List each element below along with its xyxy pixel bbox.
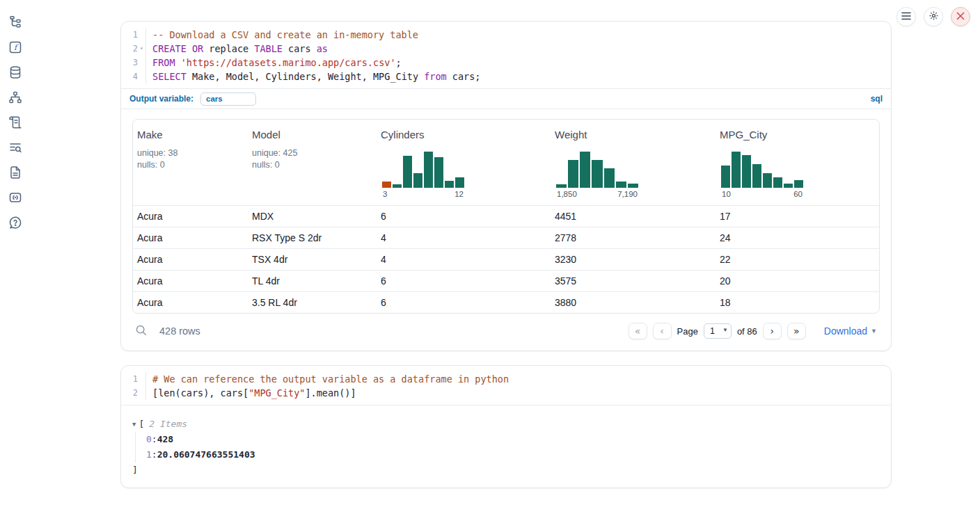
table-cell: Acura <box>133 249 248 270</box>
line-number: 3 <box>121 56 146 70</box>
table-row: AcuraTL 4dr6357520 <box>133 270 879 291</box>
datasources-icon[interactable] <box>8 65 22 79</box>
documentation-icon[interactable] <box>8 166 22 179</box>
table-header-row: Makeunique: 38nulls: 0Modelunique: 425nu… <box>133 120 879 205</box>
column-stats: unique: 425nulls: 0 <box>252 147 297 171</box>
column-name: Weight <box>555 129 587 140</box>
table-cell: Acura <box>133 271 248 291</box>
first-page-button[interactable]: « <box>629 323 647 339</box>
page-total-label: of 86 <box>737 326 757 337</box>
histogram-bar <box>382 182 391 188</box>
notebook-canvas: 1-- Download a CSV and create an in-memo… <box>120 21 892 488</box>
download-button[interactable]: Download ▼ <box>824 325 877 337</box>
download-label: Download <box>824 325 867 337</box>
histogram-bar <box>445 181 454 188</box>
snippets-icon[interactable] <box>8 140 22 154</box>
prev-page-button[interactable]: ‹ <box>653 323 672 339</box>
table-cell: 3880 <box>551 292 716 313</box>
column-header-mpg_city[interactable]: MPG_City1060 <box>716 120 879 205</box>
file-tree-icon[interactable] <box>8 15 22 29</box>
line-number: 4 <box>121 70 146 83</box>
table-row: AcuraTSX 4dr4323022 <box>133 248 879 270</box>
table-cell: MDX <box>248 206 377 227</box>
code-line[interactable]: 1# We can reference the output variable … <box>121 372 891 386</box>
tree-root-row: ▼ [ 2 Items <box>132 417 880 432</box>
column-header-cylinders[interactable]: Cylinders312 <box>377 120 551 205</box>
close-icon <box>956 12 965 22</box>
chevron-down-icon[interactable]: ▼ <box>132 417 136 432</box>
sql-cell: 1-- Download a CSV and create an in-memo… <box>120 21 892 351</box>
settings-button[interactable] <box>924 7 943 26</box>
table-cell: 17 <box>716 206 879 227</box>
line-number: 1 <box>121 372 146 386</box>
histogram-bar <box>794 180 803 188</box>
helper-panel-sidebar: f <box>8 15 22 230</box>
table-cell: TSX 4dr <box>248 249 377 270</box>
row-count: 428 rows <box>159 325 200 337</box>
help-icon[interactable] <box>8 216 22 230</box>
table-cell: TL 4dr <box>248 271 377 291</box>
histogram-bar <box>742 155 751 188</box>
tree-close-row: ] <box>132 462 880 478</box>
histogram-bar <box>424 152 433 188</box>
column-histogram: 312 <box>382 152 464 198</box>
scratchpad-icon[interactable] <box>8 191 22 204</box>
code-line[interactable]: 2▾CREATE OR replace TABLE cars as <box>121 42 891 56</box>
fold-chevron-icon[interactable]: ▾ <box>138 42 145 56</box>
table-cell: 22 <box>716 249 879 270</box>
column-histogram: 1060 <box>721 152 803 198</box>
chevron-down-icon: ▼ <box>871 328 877 335</box>
histogram-bar <box>616 182 626 188</box>
histogram-bar <box>721 166 730 188</box>
line-number: 1 <box>121 28 146 42</box>
output-variable-input[interactable] <box>200 92 256 106</box>
histogram-bar <box>628 184 638 188</box>
column-stats: unique: 38nulls: 0 <box>137 147 177 171</box>
tree-item-separator: : <box>152 447 157 462</box>
code-line[interactable]: 3FROM 'https://datasets.marimo.app/cars.… <box>121 56 891 70</box>
code-line[interactable]: 4SELECT Make, Model, Cylinders, Weight, … <box>121 70 891 83</box>
last-page-button[interactable]: » <box>787 323 806 339</box>
table-cell: 4 <box>377 249 551 270</box>
logs-icon[interactable] <box>8 115 22 129</box>
code-line[interactable]: 2[len(cars), cars["MPG_City"].mean()] <box>121 386 891 400</box>
python-code-editor[interactable]: 1# We can reference the output variable … <box>121 366 891 405</box>
histogram-bar <box>413 173 422 188</box>
language-badge: sql <box>871 94 883 104</box>
chevron-right-icon: › <box>770 325 775 337</box>
tree-item-separator: : <box>152 432 157 447</box>
table-cell: 20 <box>716 271 879 291</box>
histogram-bar <box>455 177 464 188</box>
table-cell: 18 <box>716 292 879 313</box>
functions-icon[interactable]: f <box>8 40 22 54</box>
page-select[interactable]: 1 <box>704 323 732 339</box>
python-output-tree: ▼ [ 2 Items 0: 428 1: 20.060747663551403… <box>121 405 891 488</box>
tree-items: 0: 428 1: 20.060747663551403 <box>135 432 880 462</box>
shutdown-button[interactable] <box>951 7 970 26</box>
table-cell: 6 <box>377 271 551 291</box>
search-icon <box>135 324 148 339</box>
table-cell: 4451 <box>551 206 716 227</box>
histogram-bar <box>604 168 615 188</box>
histogram-bar <box>434 157 443 188</box>
search-button[interactable] <box>135 324 148 339</box>
next-page-button[interactable]: › <box>763 323 782 339</box>
table-cell: 6 <box>377 206 551 227</box>
table-body: AcuraMDX6445117AcuraRSX Type S 2dr427782… <box>133 205 879 313</box>
python-cell: 1# We can reference the output variable … <box>120 365 892 488</box>
column-header-weight[interactable]: Weight1,8507,190 <box>551 120 716 205</box>
histogram-bar <box>556 184 567 188</box>
column-header-make[interactable]: Makeunique: 38nulls: 0 <box>133 120 248 205</box>
dependency-graph-icon[interactable] <box>8 90 22 104</box>
tree-item-value: 20.060747663551403 <box>157 447 255 462</box>
code-line[interactable]: 1-- Download a CSV and create an in-memo… <box>121 28 891 42</box>
column-name: Cylinders <box>381 129 425 140</box>
open-bracket: [ <box>139 417 144 432</box>
menu-button[interactable] <box>896 7 916 26</box>
histogram-bar <box>568 160 578 188</box>
sql-code-editor[interactable]: 1-- Download a CSV and create an in-memo… <box>121 22 891 88</box>
column-header-model[interactable]: Modelunique: 425nulls: 0 <box>248 120 377 205</box>
close-bracket: ] <box>132 462 138 478</box>
notebook-actions-toolbar <box>896 7 970 26</box>
histogram-bar <box>592 160 602 188</box>
